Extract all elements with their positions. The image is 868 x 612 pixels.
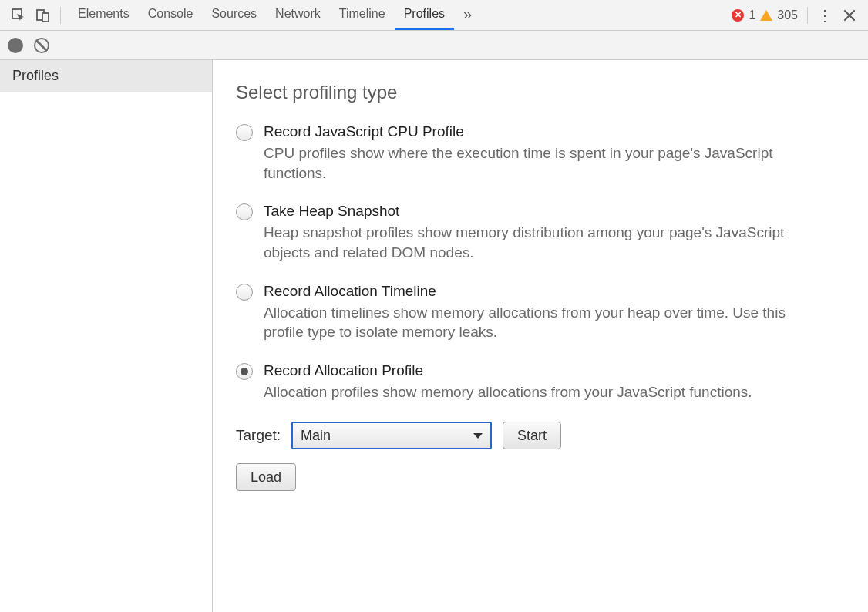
chevron-down-icon <box>473 433 483 439</box>
start-button[interactable]: Start <box>503 422 561 449</box>
console-status[interactable]: ✕ 1 305 <box>727 8 802 22</box>
radio-cpu-profile[interactable] <box>236 124 253 141</box>
target-label: Target: <box>236 427 281 444</box>
close-devtools-icon[interactable] <box>837 5 862 26</box>
devtools-tabs: Elements Console Sources Network Timelin… <box>69 0 481 30</box>
radio-allocation-profile[interactable] <box>236 363 253 380</box>
option-title: Record Allocation Timeline <box>264 283 845 300</box>
option-heap-snapshot[interactable]: Take Heap Snapshot Heap snapshot profile… <box>236 203 845 262</box>
device-toolbar-icon[interactable] <box>31 5 56 26</box>
clear-icon <box>34 38 49 53</box>
profiles-content: Select profiling type Record JavaScript … <box>213 60 868 612</box>
tab-console[interactable]: Console <box>139 0 203 30</box>
tabs-overflow-icon[interactable]: » <box>454 0 481 30</box>
option-title: Record Allocation Profile <box>264 362 845 379</box>
clear-button[interactable] <box>34 38 49 53</box>
devtools-top-toolbar: Elements Console Sources Network Timelin… <box>0 0 868 31</box>
option-desc: Heap snapshot profiles show memory distr… <box>264 223 811 262</box>
tab-elements[interactable]: Elements <box>69 0 139 30</box>
option-cpu-profile[interactable]: Record JavaScript CPU Profile CPU profil… <box>236 123 845 183</box>
tab-profiles[interactable]: Profiles <box>395 0 454 30</box>
main-area: Profiles Select profiling type Record Ja… <box>0 60 868 612</box>
profiles-toolbar <box>0 31 868 60</box>
svg-rect-2 <box>42 13 49 22</box>
warning-count: 305 <box>777 8 798 22</box>
option-allocation-timeline[interactable]: Record Allocation Timeline Allocation ti… <box>236 283 845 342</box>
option-title: Record JavaScript CPU Profile <box>264 123 845 140</box>
tab-network[interactable]: Network <box>266 0 330 30</box>
option-allocation-profile[interactable]: Record Allocation Profile Allocation pro… <box>236 362 845 402</box>
record-button[interactable] <box>8 38 23 53</box>
option-desc: Allocation timelines show memory allocat… <box>264 303 811 342</box>
target-row: Target: Main Start <box>236 422 845 449</box>
error-count: 1 <box>749 8 755 22</box>
option-desc: Allocation profiles show memory allocati… <box>264 382 811 402</box>
inspect-element-icon[interactable] <box>6 5 31 26</box>
settings-menu-icon[interactable]: ⋮ <box>812 5 837 26</box>
option-desc: CPU profiles show where the execution ti… <box>264 143 811 183</box>
error-icon: ✕ <box>732 9 744 22</box>
option-title: Take Heap Snapshot <box>264 203 845 220</box>
page-heading: Select profiling type <box>236 82 845 103</box>
tab-sources[interactable]: Sources <box>202 0 266 30</box>
radio-heap-snapshot[interactable] <box>236 203 253 220</box>
tab-timeline[interactable]: Timeline <box>330 0 395 30</box>
sidebar-item-profiles[interactable]: Profiles <box>0 60 212 92</box>
target-select[interactable]: Main <box>291 422 492 449</box>
toolbar-divider <box>807 7 808 24</box>
record-icon <box>8 38 23 53</box>
radio-allocation-timeline[interactable] <box>236 284 253 301</box>
target-selected-value: Main <box>301 428 331 444</box>
toolbar-divider <box>60 7 61 24</box>
load-button[interactable]: Load <box>236 463 296 491</box>
warning-icon <box>760 10 772 21</box>
profiles-sidebar: Profiles <box>0 60 213 612</box>
